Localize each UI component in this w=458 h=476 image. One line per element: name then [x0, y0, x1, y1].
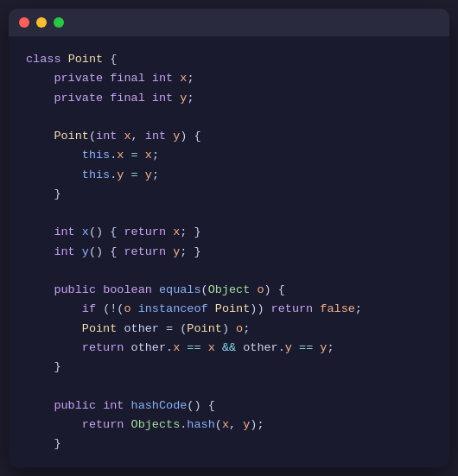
code-window: class Point { private final int x; priva… — [9, 9, 449, 467]
close-button[interactable] — [19, 17, 29, 28]
titlebar — [9, 9, 449, 36]
code-content: class Point { private final int x; priva… — [9, 36, 449, 467]
maximize-button[interactable] — [54, 17, 64, 28]
minimize-button[interactable] — [36, 17, 47, 28]
